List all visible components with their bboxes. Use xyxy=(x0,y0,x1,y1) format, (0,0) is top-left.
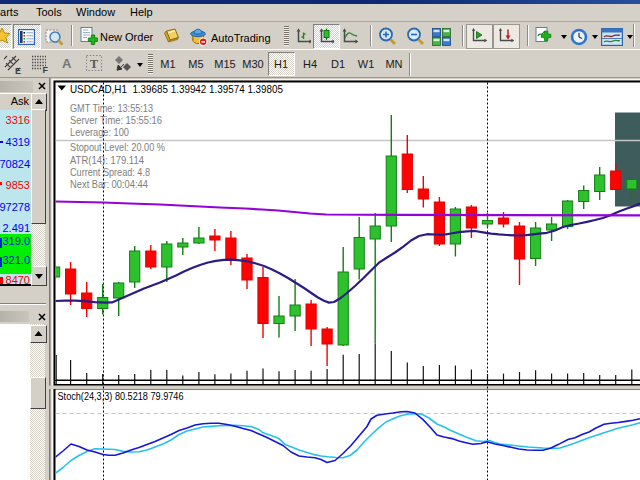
svg-text:USDCAD,H1 1.39685 1.39942 1.3: USDCAD,H1 1.39685 1.39942 1.39574 1.3980… xyxy=(70,83,283,95)
svg-text:Leverage: 100: Leverage: 100 xyxy=(70,126,129,138)
svg-text:GMT Time: 13:55:13: GMT Time: 13:55:13 xyxy=(70,102,153,114)
svg-text:E: E xyxy=(15,66,21,74)
svg-text:Current Spread: 4.8: Current Spread: 4.8 xyxy=(70,166,150,178)
svg-text:Stopout Level: 20.00 %: Stopout Level: 20.00 % xyxy=(70,141,165,153)
svg-text:Next Bar: 00:04:44: Next Bar: 00:04:44 xyxy=(70,178,148,190)
svg-text:F: F xyxy=(43,65,49,73)
svg-text:T: T xyxy=(90,57,98,71)
svg-text:Stoch(24,3,3) 80.5218 79.9746: Stoch(24,3,3) 80.5218 79.9746 xyxy=(58,390,184,402)
svg-text:ATR(14): 179.114: ATR(14): 179.114 xyxy=(70,154,144,166)
svg-text:Server Time: 15:55:16: Server Time: 15:55:16 xyxy=(70,114,162,126)
